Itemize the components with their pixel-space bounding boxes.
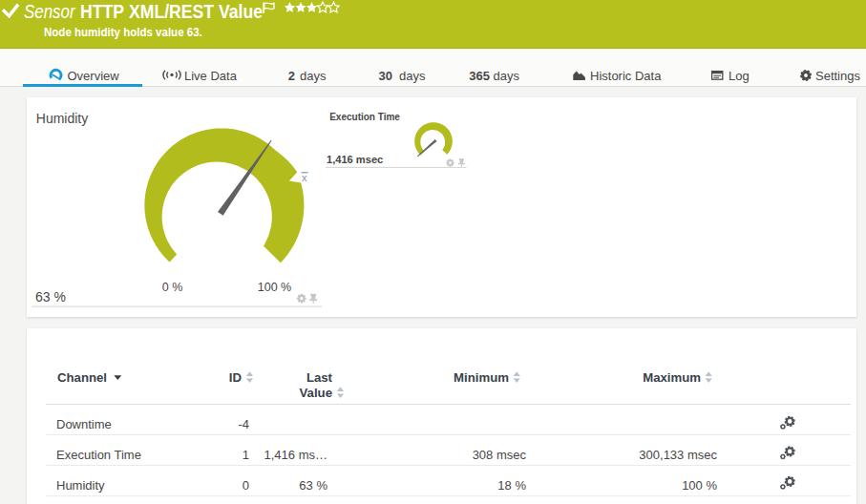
svg-text:x: x	[302, 172, 307, 183]
